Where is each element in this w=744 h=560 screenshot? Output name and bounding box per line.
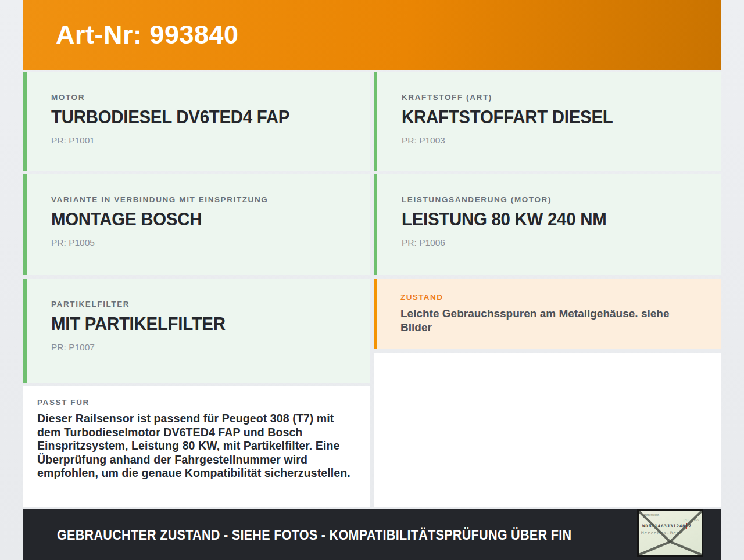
footer-bar: GEBRAUCHTER ZUSTAND - SIEHE FOTOS - KOMP… (23, 509, 721, 560)
spec-value: MONTAGE BOSCH (51, 209, 202, 230)
left-column: MOTOR TURBODIESEL DV6TED4 FAP PR: P1001 … (23, 72, 370, 507)
spec-value: TURBODIESEL DV6TED4 FAP (51, 107, 289, 128)
footer-note: GEBRAUCHTER ZUSTAND - SIEHE FOTOS - KOMP… (57, 527, 571, 543)
zustand-card: ZUSTAND Leichte Gebrauchsspuren am Metal… (374, 279, 721, 349)
spec-pr-code: PR: P1005 (51, 238, 349, 248)
spec-pr-code: PR: P1001 (51, 135, 349, 146)
crossed-registration-document: Fahrgestellnr. |4| AUA WDB71463J31248 7 … (637, 509, 703, 557)
spec-card-motor: MOTOR TURBODIESEL DV6TED4 FAP PR: P1001 (23, 72, 370, 171)
spec-value: KRAFTSTOFFART DIESEL (402, 107, 613, 128)
spec-label: PARTIKELFILTER (51, 300, 349, 308)
spec-label: LEISTUNGSÄNDERUNG (MOTOR) (402, 195, 700, 204)
spec-pr-code: PR: P1006 (402, 238, 700, 248)
passt-fuer-text: Dieser Railsensor ist passend für Peugeo… (37, 412, 354, 480)
spec-card-variante: VARIANTE IN VERBINDUNG MIT EINSPRITZUNG … (23, 174, 370, 275)
empty-white-panel (374, 353, 721, 507)
article-number-title: Art-Nr: 993840 (56, 20, 239, 50)
spec-card-leistung: LEISTUNGSÄNDERUNG (MOTOR) LEISTUNG 80 KW… (374, 174, 721, 275)
spec-label: KRAFTSTOFF (ART) (402, 93, 700, 102)
spec-value: LEISTUNG 80 KW 240 NM (402, 209, 606, 230)
spec-pr-code: PR: P1007 (51, 342, 349, 353)
spec-grid: MOTOR TURBODIESEL DV6TED4 FAP PR: P1001 … (23, 72, 721, 507)
spec-label: VARIANTE IN VERBINDUNG MIT EINSPRITZUNG (51, 195, 349, 204)
spec-value: MIT PARTIKELFILTER (51, 314, 226, 335)
passt-fuer-card: PASST FÜR Dieser Railsensor ist passend … (23, 386, 370, 507)
header-banner: Art-Nr: 993840 (23, 0, 721, 70)
right-column: KRAFTSTOFF (ART) KRAFTSTOFFART DIESEL PR… (374, 72, 721, 507)
product-info-page: Art-Nr: 993840 MOTOR TURBODIESEL DV6TED4… (0, 0, 744, 560)
passt-fuer-label: PASST FÜR (37, 398, 354, 407)
crossed-out-x-icon (639, 511, 702, 555)
zustand-label: ZUSTAND (400, 293, 700, 301)
spec-card-kraftstoff: KRAFTSTOFF (ART) KRAFTSTOFFART DIESEL PR… (374, 72, 721, 171)
zustand-text: Leichte Gebrauchsspuren am Metallgehäuse… (400, 307, 700, 334)
spec-card-partikelfilter: PARTIKELFILTER MIT PARTIKELFILTER PR: P1… (23, 279, 370, 383)
spec-label: MOTOR (51, 93, 349, 102)
spec-pr-code: PR: P1003 (402, 135, 700, 146)
